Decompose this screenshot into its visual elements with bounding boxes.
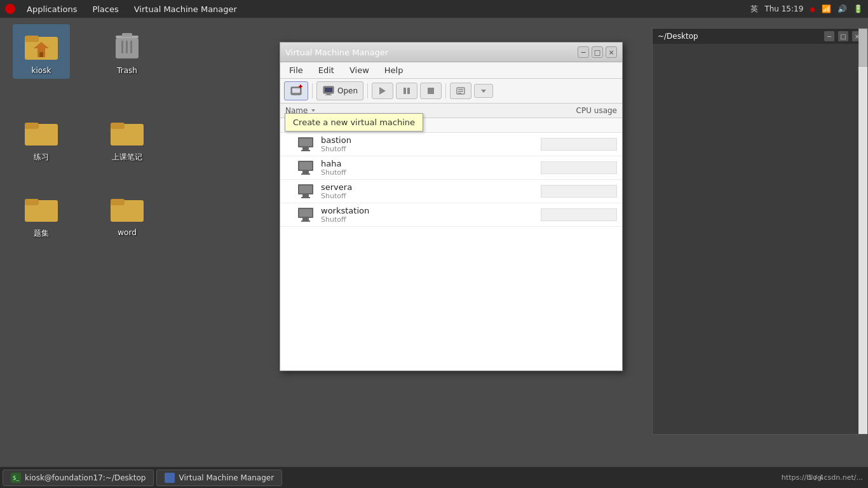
toolbar-sep-3	[445, 83, 446, 98]
details-icon	[456, 86, 466, 96]
desktop-icon-kiosk[interactable]: kiosk	[13, 24, 70, 79]
toolbar-sep-1	[312, 83, 313, 98]
trash-icon	[109, 28, 145, 64]
desktop-icon-trash[interactable]: Trash	[98, 24, 156, 79]
dropdown-arrow-icon	[480, 87, 487, 95]
desktop-icon-lianxi[interactable]: 练习	[13, 110, 70, 166]
desktop-icon-word[interactable]: word	[98, 186, 156, 241]
monitor-workstation	[298, 208, 313, 222]
desktop-icon-tiji[interactable]: 题集	[13, 186, 70, 243]
vm-info-haha: haha Shutoff	[321, 159, 541, 177]
stop-icon	[426, 86, 436, 96]
new-vm-button[interactable]	[284, 81, 308, 100]
menu-virt-manager[interactable]: Virtual Machine Manager	[128, 3, 243, 16]
monitor-bastion	[298, 137, 313, 151]
vm-toolbar: Open	[280, 79, 622, 104]
svg-rect-23	[111, 199, 125, 205]
svg-rect-29	[294, 93, 298, 95]
tiji-label: 题集	[34, 228, 49, 239]
vm-info-bastion: bastion Shutoff	[321, 135, 541, 153]
status-dot: ●	[810, 6, 815, 13]
taskbar-terminal-label: kiosk@foundation17:~/Desktop	[25, 473, 146, 482]
virt-manager-icon	[165, 473, 175, 483]
run-icon	[377, 86, 388, 96]
vm-row-servera[interactable]: servera Shutoff	[280, 180, 622, 203]
taskbar-pages: 1 / 4	[808, 473, 824, 482]
vm-maximize-btn[interactable]: □	[592, 46, 603, 58]
file-manager-maximize[interactable]: □	[838, 31, 848, 41]
taskbar-vm-label: Virtual Machine Manager	[179, 473, 274, 482]
svg-rect-40	[428, 88, 434, 94]
file-manager-minimize[interactable]: −	[824, 31, 834, 41]
svg-rect-2	[25, 36, 39, 42]
vm-menu-edit[interactable]: Edit	[312, 64, 341, 77]
vm-cpu-workstation	[541, 208, 617, 221]
vm-menubar: File Edit View Help	[280, 62, 622, 79]
svg-rect-28	[292, 88, 300, 93]
lianxi-label: 练习	[34, 152, 49, 163]
pause-button[interactable]	[396, 83, 417, 99]
vm-info-workstation: workstation Shutoff	[321, 206, 541, 224]
top-menubar: Applications Places Virtual Machine Mana…	[0, 0, 868, 18]
top-bar-left: Applications Places Virtual Machine Mana…	[5, 3, 243, 16]
vm-name-bastion: bastion	[321, 135, 541, 145]
desktop-icon-shangke[interactable]: 上课笔记	[98, 110, 156, 166]
svg-rect-44	[458, 93, 461, 94]
svg-rect-35	[327, 93, 330, 95]
file-manager-title: ~/Desktop	[658, 32, 698, 41]
svg-marker-46	[311, 109, 315, 112]
vm-status-bastion: Shutoff	[321, 145, 541, 153]
shangke-label: 上课笔记	[112, 152, 142, 163]
vm-icon-servera	[295, 184, 316, 199]
tooltip-text: Create a new virtual machine	[293, 118, 415, 127]
vm-row-bastion[interactable]: bastion Shutoff	[280, 133, 622, 156]
folder-icon-tiji	[24, 190, 59, 226]
scrollbar-thumb[interactable]	[858, 29, 867, 67]
folder-icon-word	[109, 190, 145, 226]
taskbar-virt-manager[interactable]: Virtual Machine Manager	[156, 470, 282, 486]
svg-rect-42	[458, 89, 463, 90]
vm-minimize-btn[interactable]: −	[578, 46, 589, 58]
vm-icon-bastion	[295, 137, 316, 152]
vm-menu-view[interactable]: View	[343, 64, 376, 77]
monitor-icon	[322, 85, 335, 97]
vm-name-haha: haha	[321, 159, 541, 168]
taskbar-terminal[interactable]: $_ kiosk@foundation17:~/Desktop	[3, 470, 154, 486]
toolbar-sep-2	[367, 83, 368, 98]
dropdown-button[interactable]	[474, 84, 493, 98]
run-button[interactable]	[372, 83, 393, 99]
vm-row-haha[interactable]: haha Shutoff	[280, 156, 622, 180]
new-vm-icon	[290, 85, 302, 97]
vm-icon-workstation	[295, 207, 316, 222]
kiosk-label: kiosk	[32, 66, 51, 75]
top-bar-right: 英 Thu 15:19 ● 📶 🔊 🔋	[750, 4, 863, 15]
open-label: Open	[337, 86, 358, 95]
header-cpu: CPU usage	[541, 106, 617, 115]
svg-rect-39	[407, 88, 410, 94]
svg-rect-9	[121, 41, 123, 53]
menu-places[interactable]: Places	[86, 3, 125, 16]
vm-titlebar-buttons: − □ ×	[578, 46, 617, 58]
wifi-icon: 📶	[822, 4, 831, 13]
vm-content: Name CPU usage ▼ QEMU/KVM	[280, 104, 622, 370]
open-console-button[interactable]: Open	[316, 81, 363, 100]
details-button[interactable]	[450, 83, 471, 99]
menu-applications[interactable]: Applications	[20, 3, 83, 16]
file-manager-scrollbar[interactable]	[858, 29, 867, 434]
vm-titlebar: Virtual Machine Manager − □ ×	[280, 43, 622, 62]
svg-rect-17	[111, 123, 125, 129]
folder-icon-shangke	[109, 114, 145, 149]
terminal-icon: $_	[11, 473, 21, 483]
redhat-app-icon	[5, 4, 15, 14]
vm-menu-help[interactable]: Help	[378, 64, 410, 77]
vm-row-workstation[interactable]: workstation Shutoff	[280, 203, 622, 227]
vm-menu-file[interactable]: File	[283, 64, 309, 77]
language-indicator[interactable]: 英	[750, 4, 758, 15]
vm-cpu-haha	[541, 161, 617, 174]
pause-icon	[402, 86, 412, 96]
vm-name-workstation: workstation	[321, 206, 541, 215]
svg-rect-38	[403, 88, 406, 94]
stop-button[interactable]	[420, 83, 442, 99]
vm-close-btn[interactable]: ×	[606, 46, 617, 58]
trash-label: Trash	[117, 66, 137, 75]
